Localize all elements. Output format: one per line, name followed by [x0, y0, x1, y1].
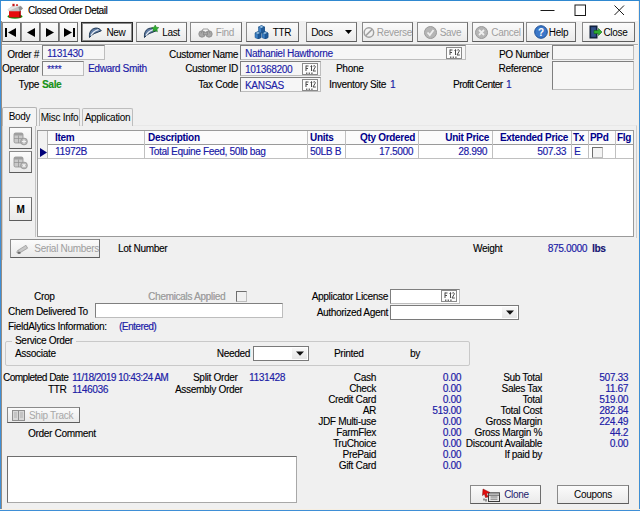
- svg-text:?: ?: [538, 27, 544, 38]
